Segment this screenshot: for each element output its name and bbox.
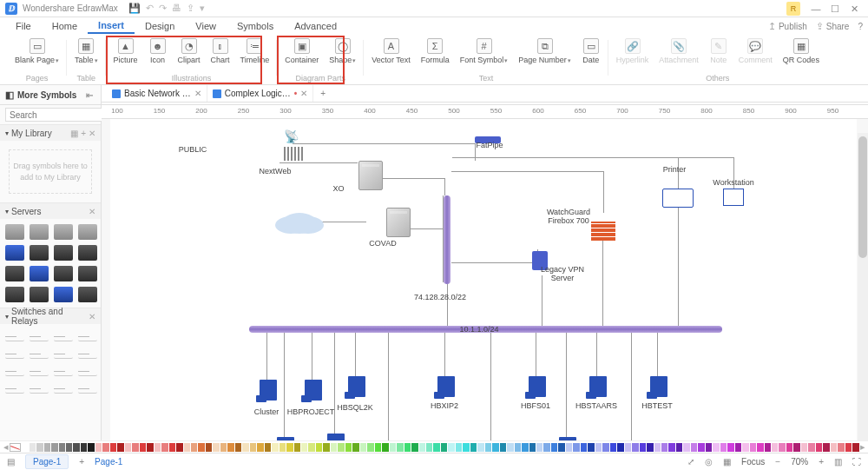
zoom-in-button[interactable]: + <box>819 457 824 467</box>
grid-toggle-icon[interactable]: ▦ <box>723 457 731 467</box>
color-swatch[interactable] <box>110 443 116 452</box>
symbol-switch-4[interactable] <box>5 350 24 359</box>
color-swatch[interactable] <box>536 443 542 452</box>
formula-button[interactable]: ΣFormula <box>418 36 452 66</box>
page-surface[interactable]: PUBLICNextWebXOCOVADFatPipe74.128.28.0/2… <box>110 119 857 440</box>
pages-panel-icon[interactable]: ▤ <box>7 457 15 467</box>
color-swatch[interactable] <box>727 443 733 452</box>
color-swatch[interactable] <box>845 443 852 452</box>
mylib-close-icon[interactable]: ✕ <box>89 129 95 138</box>
color-palette[interactable]: ◂ ▸ <box>0 440 868 453</box>
color-swatch[interactable] <box>59 443 65 452</box>
window-close-button[interactable]: ✕ <box>845 2 863 16</box>
color-swatch[interactable] <box>713 443 719 452</box>
color-swatch[interactable] <box>765 443 771 452</box>
chevron-down-icon[interactable]: ▾ <box>5 313 9 321</box>
symbol-server-2[interactable] <box>54 224 73 240</box>
symbol-server-15[interactable] <box>78 287 97 302</box>
shape-button[interactable]: ◯Shape▾ <box>326 36 358 66</box>
color-swatch[interactable] <box>706 443 712 452</box>
container-button[interactable]: ▣Container <box>282 36 321 66</box>
color-swatch[interactable] <box>831 443 837 452</box>
color-swatch[interactable] <box>331 443 337 452</box>
color-swatch[interactable] <box>647 443 653 452</box>
color-swatch[interactable] <box>456 443 462 452</box>
symbol-server-7[interactable] <box>78 245 97 261</box>
table-button[interactable]: ▦Table▾ <box>72 36 101 66</box>
symbol-server-1[interactable] <box>30 224 49 240</box>
color-swatch[interactable] <box>654 443 661 452</box>
color-swatch[interactable] <box>176 443 182 452</box>
doc-tab-add-button[interactable]: + <box>313 89 332 98</box>
scrollbar-thumb[interactable] <box>858 136 867 258</box>
color-swatch[interactable] <box>250 443 256 452</box>
color-swatch[interactable] <box>617 443 623 452</box>
symbol-switch-3[interactable] <box>78 333 97 341</box>
menu-item-design[interactable]: Design <box>135 19 185 33</box>
color-swatch[interactable] <box>117 443 123 452</box>
zoom-out-button[interactable]: − <box>775 457 780 467</box>
color-swatch[interactable] <box>360 443 366 452</box>
color-swatch[interactable] <box>265 443 271 452</box>
color-swatch[interactable] <box>51 443 57 452</box>
color-swatch[interactable] <box>235 443 241 452</box>
symbol-switch-6[interactable] <box>54 350 73 359</box>
color-swatch[interactable] <box>140 443 146 452</box>
symbol-server-8[interactable] <box>5 266 24 281</box>
color-swatch[interactable] <box>808 443 814 452</box>
color-swatch[interactable] <box>367 443 373 452</box>
chart-button[interactable]: ⫾Chart <box>208 36 233 66</box>
color-swatch[interactable] <box>477 443 483 452</box>
menu-item-symbols[interactable]: Symbols <box>227 19 284 33</box>
color-swatch[interactable] <box>793 443 799 452</box>
doc-tab-1[interactable]: Complex Logic…•✕ <box>207 85 314 102</box>
symbol-switch-9[interactable] <box>30 367 49 376</box>
color-swatch[interactable] <box>581 443 587 452</box>
qat-redo-icon[interactable]: ↷ <box>159 3 167 14</box>
color-swatch[interactable] <box>801 443 807 452</box>
color-swatch[interactable] <box>625 443 631 452</box>
color-swatch[interactable] <box>301 443 307 452</box>
help-button[interactable]: ? <box>858 22 863 31</box>
color-swatch[interactable] <box>602 443 608 452</box>
color-swatch[interactable] <box>323 443 329 452</box>
color-swatch[interactable] <box>44 443 50 452</box>
clipart-button[interactable]: ◔Clipart <box>175 36 203 66</box>
color-swatch[interactable] <box>286 443 293 452</box>
color-swatch[interactable] <box>757 443 763 452</box>
symbol-switch-2[interactable] <box>54 333 73 341</box>
qat-undo-icon[interactable]: ↶ <box>146 3 154 14</box>
color-swatch[interactable] <box>352 443 358 452</box>
symbol-server-12[interactable] <box>5 287 24 302</box>
qat-export-icon[interactable]: ⇪ <box>187 3 194 14</box>
window-minimize-button[interactable]: — <box>807 2 825 16</box>
icon-button[interactable]: ☻Icon <box>146 36 170 66</box>
page-number-button[interactable]: ⧉Page Number▾ <box>516 36 574 66</box>
color-swatch[interactable] <box>66 443 72 452</box>
color-swatch[interactable] <box>852 443 858 452</box>
color-swatch[interactable] <box>227 443 233 452</box>
color-swatch[interactable] <box>294 443 300 452</box>
chevron-down-icon[interactable]: ▾ <box>5 129 9 137</box>
blank-page-button[interactable]: ▭Blank Page▾ <box>12 36 62 66</box>
symbol-server-10[interactable] <box>54 266 73 281</box>
color-swatch[interactable] <box>735 443 741 452</box>
color-swatch[interactable] <box>155 443 161 452</box>
menu-item-file[interactable]: File <box>5 19 42 33</box>
color-swatch[interactable] <box>73 443 79 452</box>
symbol-server-9[interactable] <box>30 266 49 281</box>
more-symbols-collapse-icon[interactable]: ⇤ <box>83 90 95 100</box>
color-swatch[interactable] <box>610 443 616 452</box>
window-maximize-button[interactable]: ☐ <box>826 2 844 16</box>
color-swatch[interactable] <box>779 443 785 452</box>
color-swatch[interactable] <box>308 443 314 452</box>
section-close-icon[interactable]: ✕ <box>89 312 95 321</box>
picture-button[interactable]: ▲Picture <box>111 36 141 66</box>
symbol-switch-15[interactable] <box>78 385 97 394</box>
symbol-switch-8[interactable] <box>5 367 24 376</box>
symbol-switch-13[interactable] <box>30 385 49 394</box>
color-swatch[interactable] <box>132 443 138 452</box>
color-swatch[interactable] <box>213 443 219 452</box>
color-swatch[interactable] <box>81 443 87 452</box>
color-swatch[interactable] <box>411 443 418 452</box>
